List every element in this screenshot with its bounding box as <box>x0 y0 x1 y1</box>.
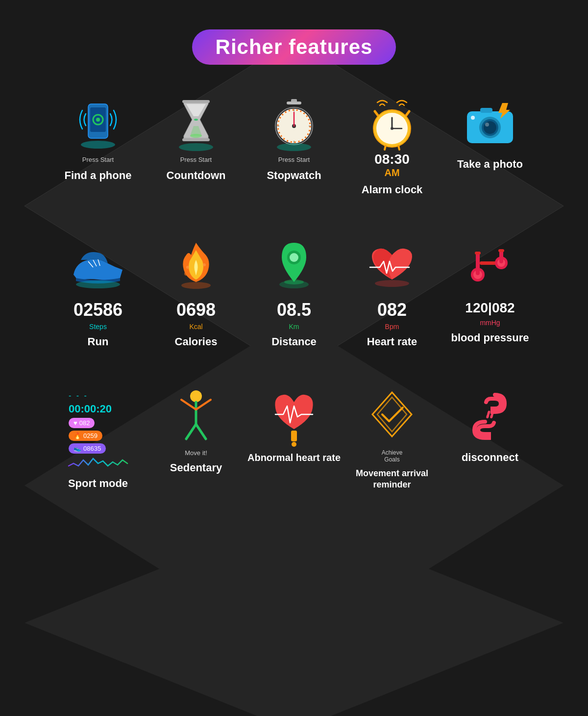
svg-point-52 <box>290 253 298 262</box>
svg-rect-64 <box>498 249 504 252</box>
alarm-clock-title: Alarm clock <box>362 183 423 196</box>
svg-rect-15 <box>287 102 301 104</box>
svg-point-13 <box>179 143 213 151</box>
page-title-wrapper: Richer features <box>15 29 573 65</box>
sport-fire-badge: 🔥 0259 <box>69 431 102 441</box>
feature-distance: 08.5 Km Distance <box>245 235 343 348</box>
run-icon-area <box>69 235 127 294</box>
svg-point-50 <box>181 282 211 289</box>
feature-calories: 0698 Kcal Calories <box>147 235 245 348</box>
svg-point-42 <box>471 116 475 120</box>
distance-icon-area <box>265 235 323 294</box>
sport-mode-dashes: - - - <box>69 391 88 400</box>
abnormal-heart-title: Abnormal heart rate <box>247 451 341 464</box>
feature-take-photo: Take a photo <box>441 94 539 196</box>
feature-row-1: Press Start Find a phone <box>15 94 573 196</box>
feature-row-3: - - - 00:00:20 ♥ 082 🔥 0259 👟 08635 <box>15 387 573 491</box>
sport-steps-badge: 👟 08635 <box>69 443 106 454</box>
svg-point-12 <box>194 119 198 121</box>
svg-line-33 <box>385 146 386 150</box>
svg-line-70 <box>196 424 206 439</box>
svg-rect-40 <box>480 108 492 113</box>
feature-countdown: Press Start Countdown <box>147 94 245 196</box>
run-number: 02586 <box>74 301 122 319</box>
movement-reminder-title: Movement arrival reminder <box>343 468 441 491</box>
svg-rect-71 <box>291 431 297 441</box>
heart-rate-icon-area <box>363 235 421 294</box>
sport-fire-val: 0259 <box>83 432 98 439</box>
feature-row-2: 02586 Steps Run 0698 <box>15 235 573 348</box>
feature-sedentary: Move it! Sedentary <box>147 387 245 491</box>
blood-pressure-number: 120|082 <box>465 301 514 315</box>
heart-rate-title: Heart rate <box>367 335 417 348</box>
stopwatch-title: Stopwatch <box>267 169 321 182</box>
calories-title: Calories <box>175 335 218 348</box>
svg-marker-73 <box>372 392 412 436</box>
page-title: Richer features <box>192 29 396 65</box>
svg-point-41 <box>485 123 489 127</box>
abnormal-heart-icon-area <box>265 387 323 446</box>
movement-reminder-icon-area <box>363 387 421 446</box>
calories-number: 0698 <box>176 301 216 319</box>
find-phone-icon-area <box>69 94 127 153</box>
take-photo-icon-area <box>461 94 519 153</box>
svg-point-54 <box>279 281 309 288</box>
svg-point-8 <box>81 141 115 149</box>
sport-wave-chart <box>69 456 127 468</box>
sedentary-title: Sedentary <box>170 461 222 474</box>
sport-mode-time: 00:00:20 <box>69 403 112 415</box>
feature-alarm-clock: 08:30 AM Alarm clock <box>343 94 441 196</box>
distance-unit: Km <box>289 323 299 331</box>
sedentary-icon-area <box>167 387 225 446</box>
stopwatch-press-start: Press Start <box>278 156 310 163</box>
svg-point-38 <box>484 121 496 134</box>
sport-steps-val: 08635 <box>83 445 101 452</box>
svg-point-72 <box>292 442 296 447</box>
run-unit: Steps <box>89 323 107 331</box>
svg-point-46 <box>76 281 120 288</box>
svg-line-69 <box>186 424 196 439</box>
countdown-icon-area <box>167 94 225 153</box>
feature-blood-pressure: 120|082 mmHg blood pressure <box>441 235 539 348</box>
sport-mode-display: - - - 00:00:20 ♥ 082 🔥 0259 👟 08635 <box>63 387 133 472</box>
calories-icon-area <box>167 235 225 294</box>
distance-title: Distance <box>271 335 317 348</box>
alarm-period: AM <box>374 167 410 179</box>
run-title: Run <box>88 335 109 348</box>
alarm-time-display: 08:30 AM <box>374 152 410 179</box>
heart-rate-number: 082 <box>377 301 407 319</box>
sport-mode-title: Sport mode <box>68 477 128 490</box>
alarm-time: 08:30 <box>374 152 410 167</box>
blood-pressure-icon-area <box>461 235 519 294</box>
svg-rect-11 <box>182 138 210 141</box>
svg-rect-10 <box>182 100 210 103</box>
svg-point-55 <box>375 280 409 287</box>
countdown-press-start: Press Start <box>180 156 212 163</box>
find-phone-title: Find a phone <box>65 169 132 182</box>
svg-rect-58 <box>476 253 480 275</box>
countdown-title: Countdown <box>167 169 226 182</box>
feature-stopwatch: Press Start Stopwatch <box>245 94 343 196</box>
svg-point-48 <box>203 263 206 266</box>
feature-run: 02586 Steps Run <box>49 235 147 348</box>
sedentary-sublabel: Move it! <box>185 449 207 457</box>
feature-heart-rate: 082 Bpm Heart rate <box>343 235 441 348</box>
feature-movement-reminder: AchieveGoals Movement arrival reminder <box>343 387 441 491</box>
svg-point-25 <box>277 143 311 151</box>
heart-rate-unit: Bpm <box>385 323 399 331</box>
feature-disconnect: disconnect <box>441 387 539 491</box>
svg-rect-63 <box>499 250 503 263</box>
svg-point-49 <box>184 272 188 276</box>
svg-line-34 <box>398 146 399 150</box>
svg-marker-3 <box>24 515 564 716</box>
sport-heart-badge: ♥ 082 <box>69 418 95 428</box>
svg-point-47 <box>186 266 189 269</box>
disconnect-icon-area <box>461 387 519 446</box>
blood-pressure-unit: mmHg <box>480 319 500 327</box>
calories-unit: Kcal <box>189 323 202 331</box>
take-photo-title: Take a photo <box>457 158 523 171</box>
feature-find-phone: Press Start Find a phone <box>49 94 147 196</box>
feature-sport-mode: - - - 00:00:20 ♥ 082 🔥 0259 👟 08635 <box>49 387 147 491</box>
svg-point-65 <box>190 390 202 402</box>
stopwatch-icon-area <box>265 94 323 153</box>
